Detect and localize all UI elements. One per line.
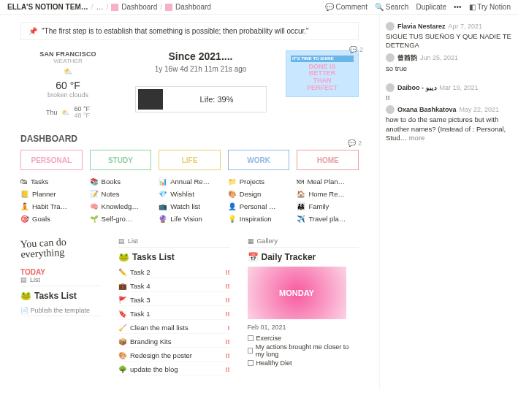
avatar xyxy=(386,22,395,31)
category-link[interactable]: 👤Personal … xyxy=(228,202,290,210)
view-tab-list[interactable]: ▤ List xyxy=(20,276,101,286)
try-notion-button[interactable]: ◧ Try Notion xyxy=(469,3,511,11)
comment-count[interactable]: 💬 2 xyxy=(349,46,363,53)
tracker-checkbox[interactable]: My actions brought me closer to my long xyxy=(248,343,359,359)
task-row[interactable]: 🌳update the blog!! xyxy=(118,364,230,375)
task-row[interactable]: 🧹Clean the mail lists! xyxy=(118,322,230,334)
page-icon xyxy=(111,4,118,11)
quote-text: "The first step is to establish that som… xyxy=(42,27,309,35)
life-progress: Life: 39% xyxy=(135,86,267,112)
pin-icon: 📌 xyxy=(28,27,37,35)
category-link[interactable]: 📊Annual Re… xyxy=(159,177,221,186)
category-link[interactable]: 🏠Home Re… xyxy=(297,190,359,198)
tracker-card[interactable]: MONDAY xyxy=(248,267,346,319)
category-header[interactable]: PERSONAL xyxy=(20,150,83,170)
topbar-actions: 💬 Comment 🔍 Search Duplicate ••• ◧ Try N… xyxy=(325,3,511,11)
category-link[interactable]: 📝Notes xyxy=(90,190,152,198)
comment-thread[interactable]: Daiboo - ديبوMar 19, 2021!!Oxana Bashkat… xyxy=(386,83,512,142)
task-row[interactable]: 📦Branding Kits!! xyxy=(118,336,230,348)
dashboard-heading: DASHBOARD xyxy=(20,134,359,144)
category-link[interactable]: 🌱Self-gro… xyxy=(90,215,152,223)
category-header[interactable]: STUDY xyxy=(90,150,152,170)
page-icon xyxy=(165,4,172,11)
weather-mini-icon: ⛅ xyxy=(61,109,69,116)
tasks-list-block: ▤ List 🐸Tasks List ✏️Task 2!!💼Task 4!!🚩T… xyxy=(118,237,230,375)
avatar xyxy=(386,83,395,92)
workspace-title: ELLA'S NOTION TEM… xyxy=(7,3,88,11)
category-link[interactable]: 💡Inspiration xyxy=(228,215,290,223)
motivation-card: 💬 2 IT'S TIME TO SHINE DONE ISBETTERTHAN… xyxy=(286,50,359,97)
category-link[interactable]: 🎯Goals xyxy=(20,215,83,223)
daily-tracker-block: ▦ Gallery 📅Daily Tracker MONDAY Feb 01, … xyxy=(248,237,359,375)
category-link[interactable]: 🎨Design xyxy=(228,190,290,198)
tracker-checkbox[interactable]: Exercise xyxy=(248,334,359,343)
view-tab-list[interactable]: ▤ List xyxy=(118,237,230,248)
weather-widget: SAN FRANCISCO WEATHER ⛅ 60 °F broken clo… xyxy=(20,50,115,119)
avatar xyxy=(386,53,395,62)
comment-count[interactable]: 💬 2 xyxy=(348,140,362,147)
avatar xyxy=(386,105,395,114)
task-row[interactable]: 📄 Publish the template xyxy=(20,305,101,316)
more-icon[interactable]: ••• xyxy=(454,3,462,11)
tracker-checkbox[interactable]: Healthy Diet xyxy=(248,359,359,367)
category-header[interactable]: HOME xyxy=(297,150,359,170)
script-art: You can doeverything xyxy=(20,235,101,260)
comments-sidebar: Flavia NestarezApr 7, 2021SIGUE TUS SUEÑ… xyxy=(379,15,518,390)
category-row: PERSONAL🛍Tasks📒Planner🧘Habit Tra…🎯GoalsS… xyxy=(20,150,359,223)
category-link[interactable]: 🍽Meal Plan… xyxy=(297,177,359,186)
category-link[interactable]: ✈️Travel pla… xyxy=(297,215,359,223)
category-link[interactable]: 👨‍👩‍👧Family xyxy=(297,202,359,210)
category-link[interactable]: 🛍Tasks xyxy=(20,177,83,186)
category-link[interactable]: 🧠Knowledg… xyxy=(90,202,152,210)
category-header[interactable]: LIFE xyxy=(159,150,221,170)
category-link[interactable]: 📒Planner xyxy=(20,190,83,198)
task-row[interactable]: 💼Task 4!! xyxy=(118,280,230,292)
duplicate-button[interactable]: Duplicate xyxy=(416,3,446,11)
weather-icon: ⛅ xyxy=(20,67,115,75)
today-section: TODAY ▤ List 🐸Tasks List 📄 Publish the t… xyxy=(20,268,101,316)
category-link[interactable]: 🧘Habit Tra… xyxy=(20,202,83,210)
task-row[interactable]: 🔖Task 1!! xyxy=(118,308,230,320)
topbar: ELLA'S NOTION TEM… /… /Dashboard /Dashbo… xyxy=(0,0,518,15)
category-header[interactable]: WORK xyxy=(228,150,290,170)
quote-box: 📌 "The first step is to establish that s… xyxy=(20,22,359,40)
category-link[interactable]: 📺Watch list xyxy=(159,202,221,210)
breadcrumb[interactable]: ELLA'S NOTION TEM… /… /Dashboard /Dashbo… xyxy=(7,3,321,11)
category-link[interactable]: 📚Books xyxy=(90,177,152,186)
task-row[interactable]: ✏️Task 2!! xyxy=(118,267,230,278)
comment-thread[interactable]: Flavia NestarezApr 7, 2021SIGUE TUS SUEÑ… xyxy=(386,22,512,73)
search-button[interactable]: 🔍 Search xyxy=(375,3,408,11)
category-link[interactable]: 🔮Life Vision xyxy=(159,215,221,223)
comment-button[interactable]: 💬 Comment xyxy=(325,3,367,11)
task-row[interactable]: 🚩Task 3!! xyxy=(118,294,230,306)
time-since-widget: Since 2021.... 1y 16w 4d 21h 11m 21s ago… xyxy=(127,50,274,112)
view-tab-gallery[interactable]: ▦ Gallery xyxy=(248,237,359,248)
task-row[interactable]: 🎨Redesign the poster!! xyxy=(118,350,230,362)
category-link[interactable]: 💎Wishlist xyxy=(159,190,221,198)
category-link[interactable]: 📁Projects xyxy=(228,177,290,186)
